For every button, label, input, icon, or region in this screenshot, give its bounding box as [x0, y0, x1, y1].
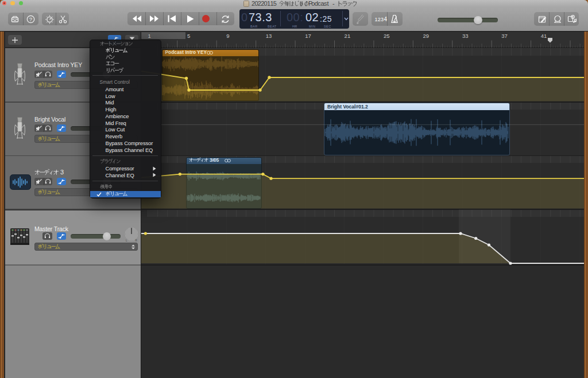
svg-text:-: -: [332, 1, 335, 7]
svg-text:5: 5: [273, 1, 277, 7]
svg-text:?: ?: [29, 16, 32, 22]
svg-text:t: t: [327, 1, 328, 7]
